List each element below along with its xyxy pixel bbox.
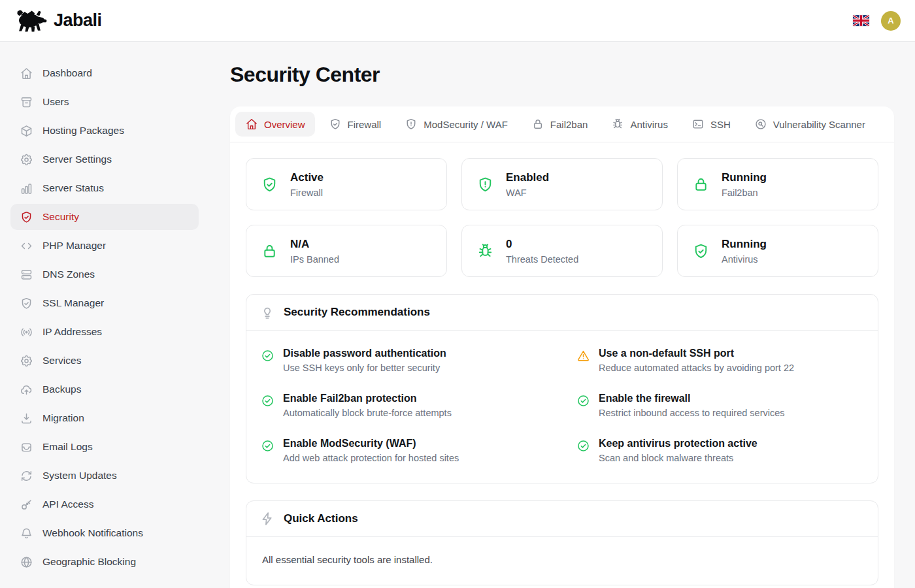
tab-antivirus[interactable]: Antivirus bbox=[601, 112, 678, 137]
tab-vulnerability-scanner[interactable]: Vulnerability Scanner bbox=[744, 112, 875, 137]
bug-icon bbox=[611, 118, 624, 131]
sidebar-item-server-settings[interactable]: Server Settings bbox=[10, 146, 199, 172]
status-card-value: Running bbox=[722, 238, 767, 251]
status-card-subtitle: WAF bbox=[506, 188, 549, 198]
check-circle-icon bbox=[261, 439, 274, 453]
scan-icon bbox=[754, 118, 767, 131]
security-panel: OverviewFirewallModSecurity / WAFFail2ba… bbox=[230, 106, 894, 588]
bell-icon bbox=[20, 527, 33, 540]
shield-check-icon bbox=[261, 176, 278, 193]
status-card-value: Active bbox=[290, 171, 324, 184]
home-icon bbox=[245, 118, 258, 131]
brand-name: Jabali bbox=[54, 10, 102, 31]
sidebar-item-webhook-notifications[interactable]: Webhook Notifications bbox=[10, 520, 199, 546]
sidebar-item-label: PHP Manager bbox=[42, 240, 106, 252]
status-card-threats-detected: 0Threats Detected bbox=[461, 225, 663, 277]
user-avatar[interactable]: A bbox=[881, 11, 901, 31]
brand-logo[interactable]: Jabali bbox=[14, 8, 102, 33]
sidebar-item-label: Email Logs bbox=[42, 441, 93, 453]
recommendations-list: Disable password authenticationUse SSH k… bbox=[246, 331, 878, 483]
lightning-icon bbox=[259, 511, 275, 527]
tab-label: Firewall bbox=[348, 119, 382, 130]
recommendation-text: Enable the firewallRestrict inbound acce… bbox=[599, 393, 785, 418]
security-tabbar: OverviewFirewallModSecurity / WAFFail2ba… bbox=[230, 106, 894, 142]
alert-triangle-icon bbox=[576, 349, 590, 363]
status-card-text: EnabledWAF bbox=[506, 171, 549, 198]
sidebar-item-services[interactable]: Services bbox=[10, 348, 199, 374]
sidebar-item-label: SSL Manager bbox=[42, 297, 104, 309]
sidebar-item-hosting-packages[interactable]: Hosting Packages bbox=[10, 118, 199, 144]
package-icon bbox=[20, 124, 33, 138]
sidebar-item-geographic-blocking[interactable]: Geographic Blocking bbox=[10, 549, 199, 575]
status-card-text: ActiveFirewall bbox=[290, 171, 324, 198]
sidebar-item-ssl-manager[interactable]: SSL Manager bbox=[10, 290, 199, 316]
sidebar-item-ip-addresses[interactable]: IP Addresses bbox=[10, 319, 199, 345]
recommendation-description: Use SSH keys only for better security bbox=[283, 363, 446, 373]
tab-firewall[interactable]: Firewall bbox=[319, 112, 391, 137]
sidebar-item-dns-zones[interactable]: DNS Zones bbox=[10, 261, 199, 287]
gear-icon bbox=[20, 354, 33, 368]
lightbulb-icon bbox=[259, 304, 275, 320]
sidebar-nav: DashboardUsersHosting PackagesServer Set… bbox=[0, 42, 209, 588]
lock-icon bbox=[261, 242, 278, 260]
sidebar-item-label: API Access bbox=[42, 498, 93, 510]
shield-check-icon bbox=[329, 118, 342, 131]
sidebar-item-migration[interactable]: Migration bbox=[10, 405, 199, 431]
status-card-value: Enabled bbox=[506, 171, 549, 184]
tab-label: Vulnerability Scanner bbox=[773, 119, 865, 130]
recommendation-description: Automatically block brute-force attempts bbox=[283, 408, 452, 418]
tab-modsecurity-waf[interactable]: ModSecurity / WAF bbox=[395, 112, 518, 137]
check-circle-icon bbox=[576, 394, 590, 408]
tab-label: ModSecurity / WAF bbox=[424, 119, 508, 130]
status-card-antivirus: RunningAntivirus bbox=[677, 225, 878, 277]
sidebar-item-label: Hosting Packages bbox=[42, 125, 124, 137]
tab-label: Antivirus bbox=[630, 119, 668, 130]
shield-check-icon bbox=[692, 242, 710, 260]
sidebar-item-email-logs[interactable]: Email Logs bbox=[10, 434, 199, 460]
sidebar-item-label: Server Settings bbox=[42, 154, 112, 165]
sidebar-item-api-access[interactable]: API Access bbox=[10, 491, 199, 517]
tab-ssh[interactable]: SSH bbox=[682, 112, 740, 137]
recommendation-title: Use a non-default SSH port bbox=[599, 348, 794, 359]
status-card-waf: EnabledWAF bbox=[461, 158, 663, 210]
sidebar-item-label: Security bbox=[42, 211, 79, 223]
recommendations-header: Security Recommendations bbox=[246, 295, 878, 331]
sidebar-item-php-manager[interactable]: PHP Manager bbox=[10, 233, 199, 259]
sidebar-item-security[interactable]: Security bbox=[10, 204, 199, 230]
check-circle-icon bbox=[261, 394, 274, 408]
quick-actions-title: Quick Actions bbox=[284, 512, 358, 525]
top-header: Jabali A bbox=[0, 0, 915, 42]
sidebar-item-label: DNS Zones bbox=[42, 269, 95, 280]
sidebar-item-dashboard[interactable]: Dashboard bbox=[10, 60, 199, 86]
lock-icon bbox=[692, 176, 710, 193]
uk-flag-icon[interactable] bbox=[853, 15, 869, 26]
sidebar-item-label: Migration bbox=[42, 412, 84, 424]
recommendations-card: Security Recommendations Disable passwor… bbox=[246, 294, 878, 483]
code-icon bbox=[20, 239, 33, 253]
terminal-icon bbox=[691, 118, 705, 131]
tab-fail2ban[interactable]: Fail2ban bbox=[522, 112, 598, 137]
sidebar-item-label: Services bbox=[42, 355, 81, 367]
shield-alert-icon bbox=[405, 118, 418, 131]
recommendation-description: Reduce automated attacks by avoiding por… bbox=[599, 363, 794, 373]
recommendation-text: Keep antivirus protection activeScan and… bbox=[599, 438, 757, 463]
status-card-text: RunningFail2ban bbox=[722, 171, 767, 198]
lock-icon bbox=[531, 118, 544, 131]
sidebar-item-users[interactable]: Users bbox=[10, 89, 199, 115]
download-icon bbox=[20, 412, 33, 425]
sidebar-item-backups[interactable]: Backups bbox=[10, 376, 199, 402]
sidebar-item-server-status[interactable]: Server Status bbox=[10, 175, 199, 201]
security-panel-body: ActiveFirewallEnabledWAFRunningFail2banN… bbox=[230, 142, 894, 588]
broadcast-icon bbox=[20, 325, 33, 339]
status-cards-grid: ActiveFirewallEnabledWAFRunningFail2banN… bbox=[246, 158, 878, 277]
sidebar-item-system-updates[interactable]: System Updates bbox=[10, 463, 199, 489]
recommendation-enable-modsecurity-waf: Enable ModSecurity (WAF)Add web attack p… bbox=[261, 438, 548, 463]
status-card-ips-banned: N/AIPs Banned bbox=[246, 225, 447, 277]
cloud-up-icon bbox=[20, 383, 33, 397]
status-card-text: 0Threats Detected bbox=[506, 238, 578, 265]
quick-actions-header: Quick Actions bbox=[246, 501, 878, 537]
globe-icon bbox=[20, 555, 33, 569]
recommendation-title: Disable password authentication bbox=[283, 348, 446, 359]
tab-overview[interactable]: Overview bbox=[235, 112, 315, 137]
sidebar-item-label: Backups bbox=[42, 384, 81, 395]
